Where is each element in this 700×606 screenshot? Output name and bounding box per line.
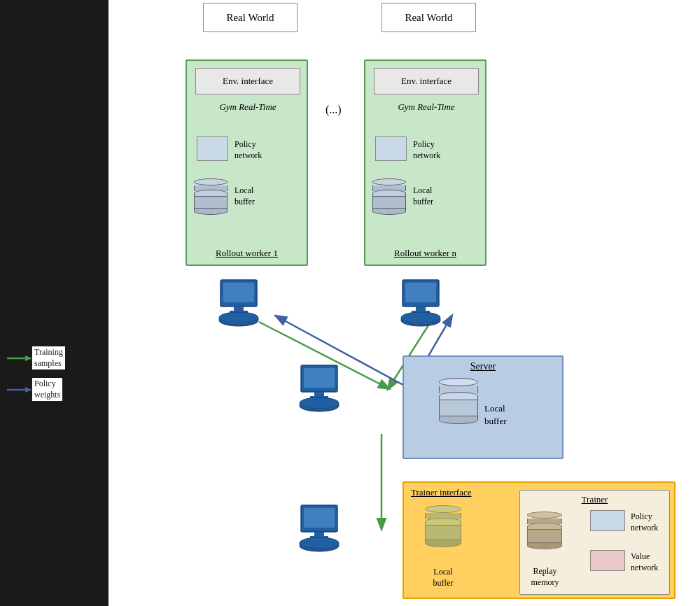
server-label: Server (404, 361, 562, 372)
trainer-value-icon (590, 550, 625, 571)
real-world-box-1: Real World (203, 3, 298, 32)
svg-point-32 (300, 537, 339, 549)
env-interface-1: Env. interface (195, 68, 300, 94)
replay-memory-label: Replaymemory (526, 566, 564, 588)
env-interface-2: Env. interface (374, 68, 479, 94)
svg-marker-34 (25, 355, 32, 361)
server-box: Server Localbuffer (402, 355, 564, 459)
worker-n-box: Env. interface Gym Real-Time Policynetwo… (364, 59, 486, 266)
training-samples-label: Trainingsamples (32, 346, 65, 369)
ellipsis-label: (...) (326, 104, 342, 116)
trainer-interface-label: Trainer interface (411, 487, 472, 498)
trainer-inner-box: Trainer Replaymemory Policynetwork Value… (519, 490, 670, 595)
trainer-policy-icon (590, 510, 625, 531)
computer-icon-3 (298, 364, 354, 419)
svg-point-11 (219, 312, 258, 323)
trainer-interface-box: Trainer interface Localbuffer Trainer (402, 481, 676, 599)
worker-1-label: Rollout worker 1 (187, 248, 307, 259)
trainer-value-label: Valuenetwork (631, 551, 658, 573)
replay-memory-icon (527, 512, 562, 549)
real-world-label-1: Real World (226, 12, 274, 24)
computer-icon-4 (298, 504, 354, 559)
diagram-area: Real World Real World (...) Env. interfa… (108, 0, 700, 606)
server-buffer-label: Localbuffer (484, 402, 507, 428)
trainer-policy-label: Policynetwork (631, 512, 658, 533)
server-buffer-icon (439, 378, 478, 424)
svg-rect-27 (304, 508, 335, 528)
svg-rect-6 (223, 283, 254, 302)
legend-training: Trainingsamples (7, 346, 65, 369)
legend-policy: Policyweights (7, 378, 65, 401)
trainer-buffer-label: Localbuffer (425, 567, 461, 589)
local-buffer-icon-1 (194, 178, 227, 215)
green-arrow-icon (7, 353, 32, 363)
policy-net-label-2: Policynetwork (413, 139, 440, 161)
svg-point-25 (300, 397, 339, 409)
policy-net-icon-1 (197, 136, 228, 161)
policy-net-icon-2 (375, 136, 407, 161)
svg-marker-36 (25, 387, 32, 393)
real-world-label-2: Real World (405, 12, 452, 24)
svg-point-18 (401, 312, 440, 323)
computer-icon-2 (399, 279, 455, 334)
trainer-buffer-icon (425, 505, 461, 547)
worker-n-label: Rollout worker n (365, 248, 485, 259)
policy-net-label-1: Policynetwork (234, 139, 262, 161)
real-world-box-2: Real World (382, 3, 476, 32)
svg-rect-20 (304, 368, 335, 388)
computer-icon-1 (217, 279, 273, 334)
worker-1-box: Env. interface Gym Real-Time Policynetwo… (186, 59, 308, 266)
trainer-label: Trainer (520, 494, 669, 505)
blue-arrow-icon (7, 385, 32, 395)
svg-rect-13 (405, 283, 436, 302)
gym-label-1: Gym Real-Time (195, 101, 300, 113)
local-buffer-icon-2 (372, 178, 406, 215)
policy-weights-label: Policyweights (32, 378, 62, 401)
local-buffer-label-1: Localbuffer (234, 185, 255, 207)
legend: Trainingsamples Policyweights (4, 343, 69, 404)
gym-label-2: Gym Real-Time (374, 101, 479, 113)
local-buffer-label-2: Localbuffer (413, 185, 433, 207)
